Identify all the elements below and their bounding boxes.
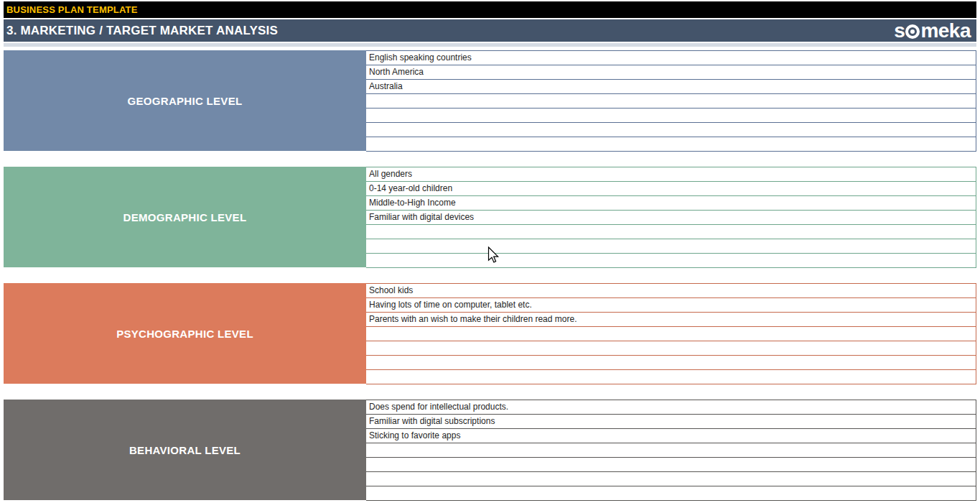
behavioral-cell-1[interactable]: Does spend for intellectual products. xyxy=(366,400,976,415)
logo-text-pre: s xyxy=(894,21,905,41)
section-label: DEMOGRAPHIC LEVEL xyxy=(123,211,247,223)
psychographic-label-block[interactable]: PSYCHOGRAPHIC LEVEL xyxy=(4,283,366,384)
psychographic-cell-3[interactable]: Parents with an wish to make their child… xyxy=(366,313,976,327)
behavioral-cell-6[interactable] xyxy=(366,472,976,486)
psychographic-cell-2[interactable]: Having lots of time on computer, tablet … xyxy=(366,298,976,313)
behavioral-rows: Does spend for intellectual products. Fa… xyxy=(366,400,976,501)
page-title: 3. MARKETING / TARGET MARKET ANALYSIS xyxy=(6,24,278,38)
behavioral-label-block[interactable]: BEHAVIORAL LEVEL xyxy=(4,400,366,500)
psychographic-cell-7[interactable] xyxy=(366,370,976,384)
geographic-cell-2[interactable]: North America xyxy=(366,65,976,80)
template-title: BUSINESS PLAN TEMPLATE xyxy=(6,4,138,15)
section-header-bar: 3. MARKETING / TARGET MARKET ANALYSIS sm… xyxy=(4,19,976,42)
section-geographic: GEOGRAPHIC LEVEL English speaking countr… xyxy=(4,50,976,151)
psychographic-cell-5[interactable] xyxy=(366,341,976,356)
demographic-cell-4[interactable]: Familiar with digital devices xyxy=(366,211,976,225)
behavioral-cell-4[interactable] xyxy=(366,443,976,458)
geographic-cell-3[interactable]: Australia xyxy=(366,80,976,94)
psychographic-rows: School kids Having lots of time on compu… xyxy=(366,283,976,384)
demographic-rows: All genders 0-14 year-old children Middl… xyxy=(366,167,976,268)
geographic-cell-1[interactable]: English speaking countries xyxy=(366,51,976,65)
demographic-cell-3[interactable]: Middle-to-High Income xyxy=(366,196,976,211)
section-label: PSYCHOGRAPHIC LEVEL xyxy=(116,328,253,340)
demographic-cell-7[interactable] xyxy=(366,254,976,268)
demographic-cell-6[interactable] xyxy=(366,239,976,254)
template-title-bar: BUSINESS PLAN TEMPLATE xyxy=(4,1,976,18)
geographic-cell-5[interactable] xyxy=(366,109,976,123)
psychographic-cell-1[interactable]: School kids xyxy=(366,284,976,298)
spreadsheet-page: BUSINESS PLAN TEMPLATE 3. MARKETING / TA… xyxy=(0,0,980,503)
section-demographic: DEMOGRAPHIC LEVEL All genders 0-14 year-… xyxy=(4,167,976,267)
section-psychographic: PSYCHOGRAPHIC LEVEL School kids Having l… xyxy=(4,283,976,384)
geographic-label-block[interactable]: GEOGRAPHIC LEVEL xyxy=(4,50,366,151)
geographic-cell-4[interactable] xyxy=(366,94,976,109)
behavioral-cell-7[interactable] xyxy=(366,486,976,501)
section-behavioral: BEHAVIORAL LEVEL Does spend for intellec… xyxy=(4,400,976,500)
divider-strip xyxy=(4,43,976,47)
behavioral-cell-2[interactable]: Familiar with digital subscriptions xyxy=(366,415,976,429)
demographic-cell-1[interactable]: All genders xyxy=(366,167,976,182)
someka-logo: smeka xyxy=(894,21,971,41)
psychographic-cell-6[interactable] xyxy=(366,356,976,370)
geographic-cell-6[interactable] xyxy=(366,123,976,137)
demographic-cell-5[interactable] xyxy=(366,225,976,239)
logo-text-post: meka xyxy=(920,21,971,41)
behavioral-cell-3[interactable]: Sticking to favorite apps xyxy=(366,429,976,443)
geographic-rows: English speaking countries North America… xyxy=(366,50,976,152)
section-label: GEOGRAPHIC LEVEL xyxy=(128,95,243,107)
logo-bullseye-icon xyxy=(905,24,920,39)
behavioral-cell-5[interactable] xyxy=(366,458,976,472)
geographic-cell-7[interactable] xyxy=(366,137,976,152)
demographic-cell-2[interactable]: 0-14 year-old children xyxy=(366,182,976,196)
psychographic-cell-4[interactable] xyxy=(366,327,976,341)
section-label: BEHAVIORAL LEVEL xyxy=(129,444,241,456)
demographic-label-block[interactable]: DEMOGRAPHIC LEVEL xyxy=(4,167,366,267)
